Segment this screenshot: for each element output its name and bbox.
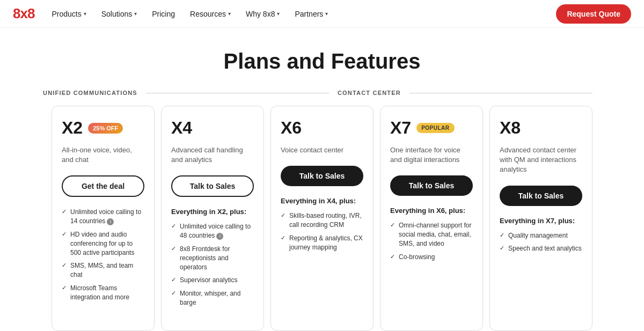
feature-item: SMS, MMS, and team chat: [62, 261, 144, 279]
nav-link-solutions[interactable]: Solutions▾: [101, 10, 137, 18]
contact-center-label: CONTACT CENTER: [338, 90, 401, 96]
discount-badge-x2: 25% OFF: [88, 123, 123, 134]
feature-item: Omni-channel support for social media, c…: [390, 221, 473, 248]
plan-description-x2: All-in-one voice, video, and chat: [62, 145, 144, 165]
plan-description-x8: Advanced contact center with QM and inte…: [500, 145, 582, 175]
info-icon[interactable]: i: [107, 218, 114, 225]
feature-item: Co-browsing: [390, 253, 473, 262]
feature-item: Unlimited voice calling to 14 countriesi: [62, 208, 144, 226]
feature-item: Supervisor analytics: [171, 276, 254, 285]
feature-header-x8: Everything in X7, plus:: [500, 217, 582, 225]
plan-description-x4: Advanced call handling and analytics: [171, 145, 254, 165]
plan-card-x7: X7POPULAROne interface for voice and dig…: [380, 106, 483, 331]
feature-list-x6: Skills-based routing, IVR, call recordin…: [281, 211, 363, 252]
page-title: Plans and Features: [13, 49, 631, 73]
feature-item: 8x8 Frontdesk for receptionists and oper…: [171, 245, 254, 271]
feature-header-x4: Everything in X2, plus:: [171, 208, 254, 216]
plan-cta-button-x8[interactable]: Talk to Sales: [500, 186, 582, 206]
plans-container: X225% OFFAll-in-one voice, video, and ch…: [0, 106, 644, 331]
plan-name-x2: X2: [62, 118, 83, 138]
plan-card-x4: X4Advanced call handling and analyticsTa…: [161, 106, 264, 331]
feature-item: HD video and audio conferencing for up t…: [62, 230, 144, 257]
plan-description-x6: Voice contact center: [281, 145, 363, 155]
navigation: 8x8 Products▾Solutions▾PricingResources▾…: [0, 0, 644, 28]
section-divider-right: [409, 93, 592, 93]
plan-card-x8: X8Advanced contact center with QM and in…: [489, 106, 592, 331]
plan-cta-button-x4[interactable]: Talk to Sales: [171, 175, 254, 197]
plan-name-row-x8: X8: [500, 118, 582, 138]
feature-item: Reporting & analytics, CX journey mappin…: [281, 234, 363, 252]
chevron-down-icon: ▾: [228, 11, 231, 17]
nav-link-products[interactable]: Products▾: [52, 10, 86, 18]
nav-link-pricing[interactable]: Pricing: [152, 10, 175, 18]
logo[interactable]: 8x8: [13, 5, 34, 22]
plan-cta-button-x6[interactable]: Talk to Sales: [281, 166, 363, 186]
plan-name-x7: X7: [390, 118, 411, 138]
plan-name-row-x7: X7POPULAR: [390, 118, 473, 138]
plan-card-x6: X6Voice contact centerTalk to SalesEvery…: [270, 106, 374, 331]
chevron-down-icon: ▾: [325, 11, 328, 17]
unified-communications-label: UNIFIED COMMUNICATIONS: [43, 90, 137, 96]
plan-description-x7: One interface for voice and digital inte…: [390, 145, 473, 165]
page-title-section: Plans and Features: [0, 28, 644, 90]
chevron-down-icon: ▾: [84, 11, 86, 17]
section-divider-left: [146, 93, 329, 93]
feature-item: Speech and text analytics: [500, 244, 582, 253]
nav-link-partners[interactable]: Partners▾: [295, 10, 328, 18]
chevron-down-icon: ▾: [134, 11, 137, 17]
plan-name-x8: X8: [500, 118, 521, 138]
nav-link-why-8x8[interactable]: Why 8x8▾: [246, 10, 280, 18]
plan-name-row-x2: X225% OFF: [62, 118, 144, 138]
plan-cta-button-x7[interactable]: Talk to Sales: [390, 175, 473, 196]
popular-badge-x7: POPULAR: [416, 123, 454, 133]
plan-cta-button-x2[interactable]: Get the deal: [62, 175, 144, 197]
chevron-down-icon: ▾: [277, 11, 280, 17]
feature-item: Skills-based routing, IVR, call recordin…: [281, 211, 363, 230]
plan-card-x2: X225% OFFAll-in-one voice, video, and ch…: [52, 106, 155, 331]
info-icon[interactable]: i: [216, 233, 223, 240]
plan-name-x4: X4: [171, 118, 192, 138]
nav-link-resources[interactable]: Resources▾: [190, 10, 231, 18]
feature-list-x7: Omni-channel support for social media, c…: [390, 221, 473, 261]
feature-item: Unlimited voice calling to 48 countriesi: [171, 222, 254, 240]
feature-item: Microsoft Teams integration and more: [62, 284, 144, 302]
feature-item: Monitor, whisper, and barge: [171, 289, 254, 307]
plan-name-row-x6: X6: [281, 118, 363, 138]
nav-links: Products▾Solutions▾PricingResources▾Why …: [52, 10, 556, 18]
plan-name-row-x4: X4: [171, 118, 254, 138]
section-labels: UNIFIED COMMUNICATIONS CONTACT CENTER: [0, 90, 644, 96]
feature-list-x4: Unlimited voice calling to 48 countriesi…: [171, 222, 254, 307]
feature-item: Quality management: [500, 231, 582, 240]
feature-list-x8: Quality managementSpeech and text analyt…: [500, 231, 582, 254]
feature-header-x7: Everything in X6, plus:: [390, 207, 473, 215]
feature-list-x2: Unlimited voice calling to 14 countriesi…: [62, 208, 144, 301]
plan-name-x6: X6: [281, 118, 302, 138]
feature-header-x6: Everything in X4, plus:: [281, 197, 363, 205]
request-quote-button[interactable]: Request Quote: [556, 4, 631, 24]
